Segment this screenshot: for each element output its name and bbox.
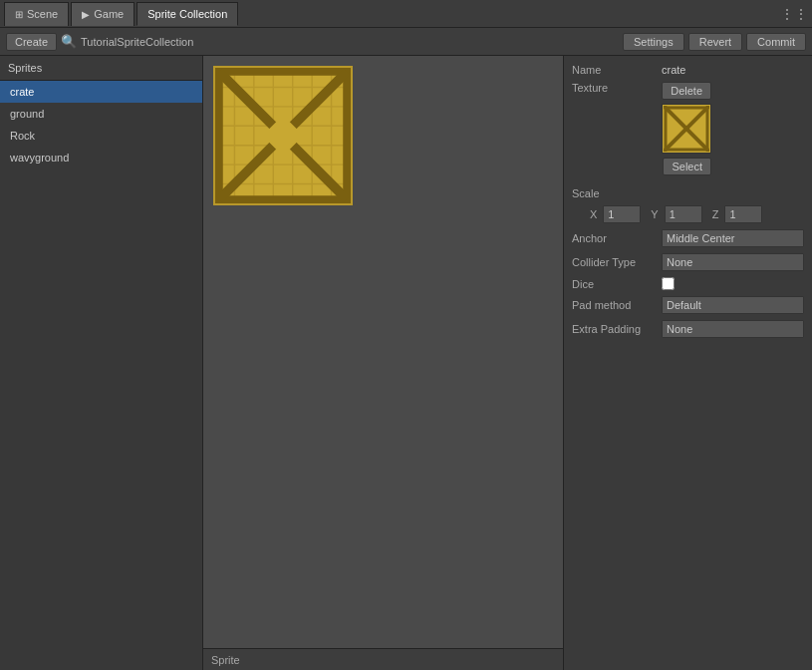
pad-method-label: Pad method [572,299,662,311]
scale-x-input[interactable] [603,205,641,223]
sprite-item-ground[interactable]: ground [0,103,202,125]
sprite-item-wavyground[interactable]: wavyground [0,147,202,168]
collider-label: Collider Type [572,256,662,268]
anchor-label: Anchor [572,232,662,244]
sprites-list: crate ground Rock wavyground [0,81,202,670]
crate-svg [215,68,351,203]
extra-padding-select[interactable]: None [662,320,804,338]
sprites-header: Sprites [0,56,202,81]
main-layout: Sprites crate ground Rock wavyground [0,56,812,670]
canvas-area [203,56,563,648]
revert-button[interactable]: Revert [688,33,742,51]
texture-mini-svg [664,106,709,152]
texture-row: Texture Delete Select [572,82,804,181]
toolbar-right: Settings Revert Commit [623,33,806,51]
anchor-select[interactable]: Middle Center [662,229,804,247]
scale-label: Scale [572,187,662,199]
collider-select-wrapper: None [662,253,804,271]
extra-padding-select-wrapper: None [662,320,804,338]
collider-row: Collider Type None [572,253,804,271]
tab-sprite-collection[interactable]: Sprite Collection [136,2,238,26]
extra-padding-label: Extra Padding [572,323,662,335]
canvas-footer: Sprite [203,648,563,670]
anchor-select-wrapper: Middle Center [662,229,804,247]
game-icon: ▶ [82,9,90,20]
anchor-row: Anchor Middle Center [572,229,804,247]
menu-dots[interactable]: ⋮⋮ [780,6,808,22]
sprite-item-crate[interactable]: crate [0,81,202,103]
tab-game[interactable]: ▶ Game [71,2,135,26]
texture-preview [662,104,711,154]
pad-method-select-wrapper: Default [662,296,804,314]
breadcrumb: TutorialSpriteCollection [81,36,193,48]
scale-z-input[interactable] [724,205,762,223]
properties-panel: Name crate Texture Delete Se [563,56,812,670]
toolbar: Create 🔍 TutorialSpriteCollection Settin… [0,28,812,56]
texture-controls: Delete Select [662,82,711,175]
pad-method-row: Pad method Default [572,296,804,314]
select-button[interactable]: Select [663,158,711,175]
scale-y-input[interactable] [665,205,702,223]
collider-select[interactable]: None [662,253,804,271]
scale-z-label: Z [712,208,719,220]
scale-y-label: Y [651,208,658,220]
canvas-panel: Sprite [203,56,563,670]
scale-label-row: Scale [572,187,804,199]
name-value: crate [662,64,804,76]
dice-label: Dice [572,278,662,290]
scene-icon: ⊞ [15,9,23,20]
scale-x-label: X [590,208,597,220]
name-row: Name crate [572,64,804,76]
toolbar-left: Create 🔍 TutorialSpriteCollection [6,33,623,51]
tab-bar: ⊞ Scene ▶ Game Sprite Collection ⋮⋮ [0,0,812,28]
name-label: Name [572,64,662,76]
sprites-panel: Sprites crate ground Rock wavyground [0,56,203,670]
sprite-item-rock[interactable]: Rock [0,125,202,147]
search-icon[interactable]: 🔍 [61,34,77,49]
dice-row: Dice [572,277,804,290]
delete-button[interactable]: Delete [662,82,711,100]
sprite-canvas-preview [213,66,353,205]
commit-button[interactable]: Commit [746,33,806,51]
settings-button[interactable]: Settings [623,33,684,51]
tab-scene[interactable]: ⊞ Scene [4,2,69,26]
texture-label: Texture [572,82,662,94]
dice-checkbox[interactable] [662,277,675,290]
extra-padding-row: Extra Padding None [572,320,804,338]
scale-inputs-row: X Y Z [572,205,804,223]
create-button[interactable]: Create [6,33,57,51]
pad-method-select[interactable]: Default [662,296,804,314]
